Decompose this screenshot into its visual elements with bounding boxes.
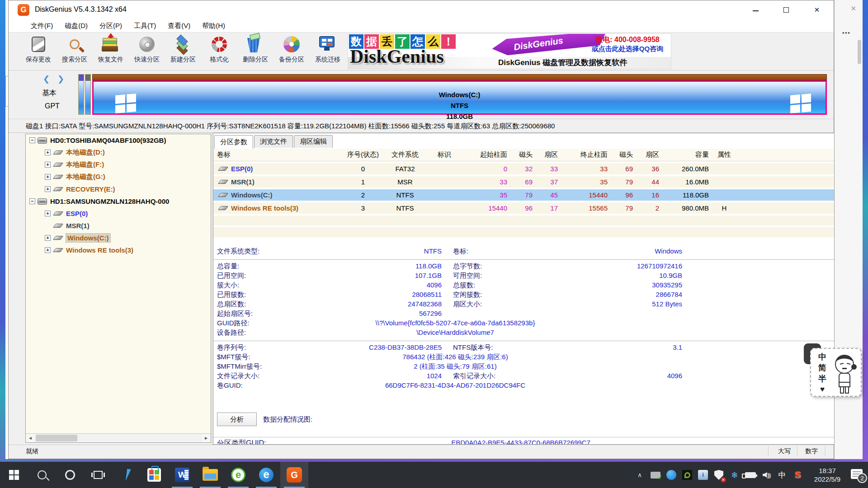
menu-file[interactable]: 文件(F) — [25, 22, 59, 30]
table-row[interactable]: ESP(0) 0 FAT32 0 32 33 33 69 36 260.0MB — [213, 163, 834, 174]
taskbar-app-word[interactable]: W — [168, 462, 196, 488]
ime-status-panel[interactable]: 中 简 半 ♥ — [810, 348, 862, 397]
ime-mode-chinese[interactable]: 中 — [817, 352, 827, 362]
disk-nav-arrows[interactable]: ❮ ❯ — [43, 74, 67, 84]
cortana-button[interactable] — [56, 462, 84, 488]
expand-icon[interactable]: + — [45, 235, 51, 241]
tree-item-recovery-e[interactable]: + RECOVERY(E:) — [26, 183, 211, 195]
expand-icon[interactable]: + — [45, 150, 51, 155]
minimize-button[interactable] — [749, 6, 762, 14]
backup-partition-button[interactable]: 备份分区 — [274, 34, 310, 69]
tab-sector-edit[interactable]: 扇区编辑 — [294, 135, 333, 148]
tree-item-local-d[interactable]: + 本地磁盘(D:) — [26, 146, 211, 159]
taskbar-app-flash[interactable] — [112, 462, 140, 488]
tree-item-hd1[interactable]: − HD1:SAMSUNGMZNLN128HAHQ-000 — [26, 195, 211, 207]
table-row-empty — [213, 227, 834, 237]
expand-icon[interactable]: + — [45, 247, 51, 253]
menu-help[interactable]: 帮助(H) — [196, 22, 231, 30]
quick-partition-button[interactable]: 快速分区 — [129, 34, 165, 69]
tray-printer-icon[interactable] — [650, 468, 661, 482]
desktop: ← ✕ ⋯ G DiskGenius V5.4.3.1342 x64 ✕ 文件(… — [0, 0, 868, 488]
ime-mode-halfwidth[interactable]: 半 — [817, 373, 827, 384]
tray-intel-graphics-icon[interactable]: i — [697, 468, 709, 482]
maximize-button[interactable] — [779, 6, 793, 14]
scroll-left-button[interactable]: ◂ — [26, 434, 35, 442]
tray-expand-button[interactable]: ∧ — [634, 468, 646, 482]
heart-icon[interactable]: ♥ — [817, 384, 827, 395]
collapse-icon[interactable]: − — [29, 198, 35, 204]
format-button[interactable]: 格式化 — [201, 34, 237, 69]
tree-item-esp[interactable]: + ESP(0) — [26, 207, 211, 220]
menu-view[interactable]: 查看(V) — [162, 22, 196, 30]
expand-icon[interactable]: + — [45, 162, 51, 168]
tree-item-hd0[interactable]: − HD0:TOSHIBAMQ04ABF100(932GB) — [26, 134, 211, 146]
tray-sogou-icon[interactable]: S — [792, 468, 804, 482]
collapse-icon[interactable]: − — [29, 137, 35, 143]
notification-badge: 2 — [857, 473, 867, 483]
status-bar: 就绪 大写 数字 — [9, 445, 834, 457]
browser-e-icon: e — [231, 468, 245, 482]
scrollbar-thumb[interactable] — [858, 40, 861, 64]
folder-icon — [203, 469, 218, 481]
search-partition-button[interactable]: 搜索分区 — [57, 34, 93, 69]
taskbar-app-edge[interactable]: e — [252, 462, 280, 488]
tree-item-local-f[interactable]: + 本地磁盘(F:) — [26, 159, 211, 171]
tray-ime-indicator[interactable]: 中 — [776, 468, 788, 482]
ad-banner[interactable]: 数 据 丢 了 怎 么 ！ DiskGenius DiskGenius 致电: … — [348, 33, 671, 69]
menu-partition[interactable]: 分区(P) — [94, 22, 128, 30]
tray-nvidia-icon[interactable] — [681, 468, 693, 482]
table-row-selected[interactable]: Windows(C:) 2 NTFS 35 79 45 15440 96 16 … — [213, 189, 834, 201]
taskbar-app-store[interactable] — [140, 462, 168, 488]
tree-horizontal-scrollbar[interactable]: ◂ ▸ — [26, 433, 211, 442]
word-icon: W — [175, 468, 189, 482]
recover-files-button[interactable]: 恢复文件 — [93, 34, 129, 69]
notification-center-button[interactable]: 2 — [851, 469, 864, 481]
disk-tree-panel: − HD0:TOSHIBAMQ04ABF100(932GB) + 本地磁盘(D:… — [25, 134, 211, 443]
banner-qq-link[interactable]: 或点击此处选择QQ咨询 — [586, 45, 669, 53]
tab-partition-params[interactable]: 分区参数 — [214, 135, 253, 149]
more-options-icon[interactable]: ⋯ — [842, 28, 850, 38]
taskbar-app-explorer[interactable] — [196, 462, 224, 488]
detail-row: 文件系统类型:NTFS 卷标:Windows — [213, 247, 834, 257]
partition-body: Windows(C:) NTFS 118.0GB — [92, 80, 827, 115]
close-button[interactable]: ✕ — [810, 6, 824, 14]
task-view-button[interactable] — [84, 462, 112, 488]
tree-item-local-g[interactable]: + 本地磁盘(G:) — [26, 171, 211, 183]
new-partition-button[interactable]: 新建分区 — [165, 34, 201, 69]
menu-tools[interactable]: 工具(T) — [128, 22, 162, 30]
taskbar-app-browser[interactable]: e — [224, 462, 252, 488]
tree-item-msr[interactable]: MSR(1) — [26, 220, 211, 232]
taskbar-clock[interactable]: 18:37 2022/5/9 — [808, 466, 847, 483]
start-button[interactable] — [0, 462, 28, 488]
tab-browse-files[interactable]: 浏览文件 — [254, 135, 293, 148]
banner-phone: 致电: 400-008-9958 — [586, 35, 669, 45]
partition-block-esp[interactable] — [78, 74, 84, 115]
taskbar-app-diskgenius[interactable]: G — [280, 462, 308, 488]
table-row[interactable]: MSR(1) 1 MSR 33 69 37 35 79 44 16.0MB — [213, 176, 834, 188]
partition-block-windows-c[interactable]: Windows(C:) NTFS 118.0GB — [92, 74, 827, 115]
table-row[interactable]: Windows RE tools(3) 3 NTFS 15440 96 17 1… — [213, 202, 834, 214]
scrollbar-thumb[interactable] — [36, 435, 77, 441]
taskbar-search-button[interactable] — [28, 462, 56, 488]
analyze-button[interactable]: 分析 — [217, 413, 257, 426]
tray-security-shield-icon[interactable]: ✕ — [713, 468, 725, 482]
save-changes-button[interactable]: 保存更改 — [20, 34, 57, 69]
tray-volume-icon[interactable]: ))) — [760, 468, 772, 482]
ime-mode-simplified[interactable]: 简 — [817, 362, 827, 373]
system-migration-button[interactable]: 系统迁移 — [310, 34, 346, 69]
scroll-right-button[interactable]: ▸ — [202, 434, 211, 442]
diskgenius-window: G DiskGenius V5.4.3.1342 x64 ✕ 文件(F) 磁盘(… — [8, 0, 834, 459]
tree-item-windows-re[interactable]: + Windows RE tools(3) — [26, 244, 211, 256]
inactive-close-icon[interactable]: ✕ — [850, 5, 856, 13]
delete-partition-button[interactable]: 删除分区 — [237, 34, 274, 69]
expand-icon[interactable]: + — [45, 186, 51, 192]
partition-block-msr[interactable] — [85, 74, 91, 115]
menu-disk[interactable]: 磁盘(D) — [59, 22, 94, 30]
tree-item-windows-c[interactable]: + Windows(C:) — [26, 232, 211, 244]
expand-icon[interactable]: + — [45, 211, 51, 216]
tray-messenger-icon[interactable] — [665, 468, 677, 482]
partition-graph-panel: ❮ ❯ 基本 GPT Windows(C:) NTFS 118.0GB — [9, 70, 834, 119]
expand-icon[interactable]: + — [45, 174, 51, 180]
tray-snowflake-icon[interactable]: ❄ — [729, 468, 741, 482]
tray-battery-icon[interactable] — [745, 468, 756, 482]
